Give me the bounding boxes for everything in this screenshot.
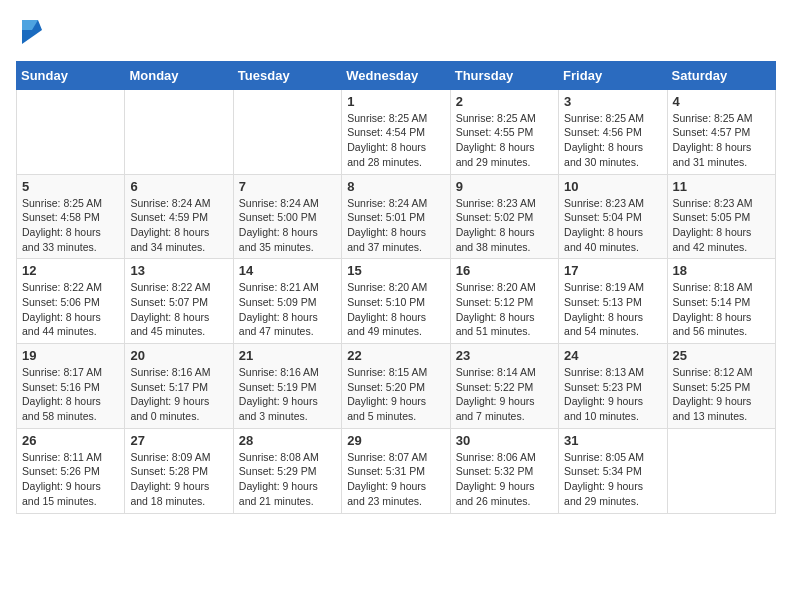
calendar-cell: 18Sunrise: 8:18 AM Sunset: 5:14 PM Dayli… [667, 259, 775, 344]
calendar-cell: 11Sunrise: 8:23 AM Sunset: 5:05 PM Dayli… [667, 174, 775, 259]
calendar-week-2: 5Sunrise: 8:25 AM Sunset: 4:58 PM Daylig… [17, 174, 776, 259]
calendar-cell: 6Sunrise: 8:24 AM Sunset: 4:59 PM Daylig… [125, 174, 233, 259]
day-info: Sunrise: 8:18 AM Sunset: 5:14 PM Dayligh… [673, 280, 770, 339]
calendar-cell: 21Sunrise: 8:16 AM Sunset: 5:19 PM Dayli… [233, 344, 341, 429]
calendar-cell [233, 89, 341, 174]
day-info: Sunrise: 8:25 AM Sunset: 4:55 PM Dayligh… [456, 111, 553, 170]
day-info: Sunrise: 8:14 AM Sunset: 5:22 PM Dayligh… [456, 365, 553, 424]
day-number: 18 [673, 263, 770, 278]
col-header-wednesday: Wednesday [342, 61, 450, 89]
calendar-cell: 5Sunrise: 8:25 AM Sunset: 4:58 PM Daylig… [17, 174, 125, 259]
day-info: Sunrise: 8:23 AM Sunset: 5:02 PM Dayligh… [456, 196, 553, 255]
day-info: Sunrise: 8:23 AM Sunset: 5:05 PM Dayligh… [673, 196, 770, 255]
day-number: 28 [239, 433, 336, 448]
calendar-cell: 3Sunrise: 8:25 AM Sunset: 4:56 PM Daylig… [559, 89, 667, 174]
calendar-week-5: 26Sunrise: 8:11 AM Sunset: 5:26 PM Dayli… [17, 428, 776, 513]
calendar-header-row: SundayMondayTuesdayWednesdayThursdayFrid… [17, 61, 776, 89]
day-info: Sunrise: 8:09 AM Sunset: 5:28 PM Dayligh… [130, 450, 227, 509]
day-number: 3 [564, 94, 661, 109]
day-number: 2 [456, 94, 553, 109]
day-number: 4 [673, 94, 770, 109]
calendar-week-3: 12Sunrise: 8:22 AM Sunset: 5:06 PM Dayli… [17, 259, 776, 344]
calendar-cell: 15Sunrise: 8:20 AM Sunset: 5:10 PM Dayli… [342, 259, 450, 344]
day-info: Sunrise: 8:22 AM Sunset: 5:07 PM Dayligh… [130, 280, 227, 339]
day-number: 9 [456, 179, 553, 194]
day-info: Sunrise: 8:25 AM Sunset: 4:56 PM Dayligh… [564, 111, 661, 170]
day-info: Sunrise: 8:24 AM Sunset: 4:59 PM Dayligh… [130, 196, 227, 255]
day-number: 6 [130, 179, 227, 194]
col-header-monday: Monday [125, 61, 233, 89]
day-info: Sunrise: 8:16 AM Sunset: 5:19 PM Dayligh… [239, 365, 336, 424]
day-info: Sunrise: 8:13 AM Sunset: 5:23 PM Dayligh… [564, 365, 661, 424]
day-number: 7 [239, 179, 336, 194]
day-info: Sunrise: 8:24 AM Sunset: 5:00 PM Dayligh… [239, 196, 336, 255]
day-number: 26 [22, 433, 119, 448]
day-info: Sunrise: 8:22 AM Sunset: 5:06 PM Dayligh… [22, 280, 119, 339]
day-number: 27 [130, 433, 227, 448]
calendar-cell: 8Sunrise: 8:24 AM Sunset: 5:01 PM Daylig… [342, 174, 450, 259]
calendar-week-1: 1Sunrise: 8:25 AM Sunset: 4:54 PM Daylig… [17, 89, 776, 174]
day-number: 10 [564, 179, 661, 194]
day-number: 13 [130, 263, 227, 278]
calendar-cell: 24Sunrise: 8:13 AM Sunset: 5:23 PM Dayli… [559, 344, 667, 429]
calendar-cell [125, 89, 233, 174]
day-number: 29 [347, 433, 444, 448]
calendar-cell: 23Sunrise: 8:14 AM Sunset: 5:22 PM Dayli… [450, 344, 558, 429]
day-number: 30 [456, 433, 553, 448]
calendar-week-4: 19Sunrise: 8:17 AM Sunset: 5:16 PM Dayli… [17, 344, 776, 429]
day-info: Sunrise: 8:07 AM Sunset: 5:31 PM Dayligh… [347, 450, 444, 509]
calendar-cell: 7Sunrise: 8:24 AM Sunset: 5:00 PM Daylig… [233, 174, 341, 259]
calendar-cell: 2Sunrise: 8:25 AM Sunset: 4:55 PM Daylig… [450, 89, 558, 174]
day-number: 20 [130, 348, 227, 363]
day-number: 12 [22, 263, 119, 278]
day-info: Sunrise: 8:25 AM Sunset: 4:54 PM Dayligh… [347, 111, 444, 170]
calendar-cell: 25Sunrise: 8:12 AM Sunset: 5:25 PM Dayli… [667, 344, 775, 429]
calendar-table: SundayMondayTuesdayWednesdayThursdayFrid… [16, 61, 776, 514]
calendar-cell: 13Sunrise: 8:22 AM Sunset: 5:07 PM Dayli… [125, 259, 233, 344]
day-number: 25 [673, 348, 770, 363]
calendar-cell: 17Sunrise: 8:19 AM Sunset: 5:13 PM Dayli… [559, 259, 667, 344]
day-info: Sunrise: 8:25 AM Sunset: 4:58 PM Dayligh… [22, 196, 119, 255]
calendar-cell [667, 428, 775, 513]
col-header-tuesday: Tuesday [233, 61, 341, 89]
calendar-cell: 20Sunrise: 8:16 AM Sunset: 5:17 PM Dayli… [125, 344, 233, 429]
calendar-cell: 26Sunrise: 8:11 AM Sunset: 5:26 PM Dayli… [17, 428, 125, 513]
day-info: Sunrise: 8:06 AM Sunset: 5:32 PM Dayligh… [456, 450, 553, 509]
day-info: Sunrise: 8:20 AM Sunset: 5:12 PM Dayligh… [456, 280, 553, 339]
calendar-cell: 27Sunrise: 8:09 AM Sunset: 5:28 PM Dayli… [125, 428, 233, 513]
day-number: 1 [347, 94, 444, 109]
col-header-saturday: Saturday [667, 61, 775, 89]
calendar-cell: 16Sunrise: 8:20 AM Sunset: 5:12 PM Dayli… [450, 259, 558, 344]
day-info: Sunrise: 8:12 AM Sunset: 5:25 PM Dayligh… [673, 365, 770, 424]
day-info: Sunrise: 8:15 AM Sunset: 5:20 PM Dayligh… [347, 365, 444, 424]
calendar-cell: 12Sunrise: 8:22 AM Sunset: 5:06 PM Dayli… [17, 259, 125, 344]
calendar-cell: 1Sunrise: 8:25 AM Sunset: 4:54 PM Daylig… [342, 89, 450, 174]
calendar-cell: 29Sunrise: 8:07 AM Sunset: 5:31 PM Dayli… [342, 428, 450, 513]
day-info: Sunrise: 8:21 AM Sunset: 5:09 PM Dayligh… [239, 280, 336, 339]
day-number: 17 [564, 263, 661, 278]
calendar-cell: 22Sunrise: 8:15 AM Sunset: 5:20 PM Dayli… [342, 344, 450, 429]
calendar-cell: 30Sunrise: 8:06 AM Sunset: 5:32 PM Dayli… [450, 428, 558, 513]
calendar-cell: 31Sunrise: 8:05 AM Sunset: 5:34 PM Dayli… [559, 428, 667, 513]
calendar-cell: 10Sunrise: 8:23 AM Sunset: 5:04 PM Dayli… [559, 174, 667, 259]
day-info: Sunrise: 8:24 AM Sunset: 5:01 PM Dayligh… [347, 196, 444, 255]
calendar-cell: 9Sunrise: 8:23 AM Sunset: 5:02 PM Daylig… [450, 174, 558, 259]
day-info: Sunrise: 8:25 AM Sunset: 4:57 PM Dayligh… [673, 111, 770, 170]
col-header-sunday: Sunday [17, 61, 125, 89]
day-number: 19 [22, 348, 119, 363]
day-info: Sunrise: 8:11 AM Sunset: 5:26 PM Dayligh… [22, 450, 119, 509]
day-info: Sunrise: 8:05 AM Sunset: 5:34 PM Dayligh… [564, 450, 661, 509]
day-number: 21 [239, 348, 336, 363]
day-info: Sunrise: 8:08 AM Sunset: 5:29 PM Dayligh… [239, 450, 336, 509]
day-number: 15 [347, 263, 444, 278]
day-number: 5 [22, 179, 119, 194]
day-number: 16 [456, 263, 553, 278]
day-number: 23 [456, 348, 553, 363]
page-header [16, 16, 776, 49]
col-header-friday: Friday [559, 61, 667, 89]
col-header-thursday: Thursday [450, 61, 558, 89]
calendar-cell [17, 89, 125, 174]
day-info: Sunrise: 8:20 AM Sunset: 5:10 PM Dayligh… [347, 280, 444, 339]
logo-icon [18, 16, 42, 44]
day-number: 8 [347, 179, 444, 194]
